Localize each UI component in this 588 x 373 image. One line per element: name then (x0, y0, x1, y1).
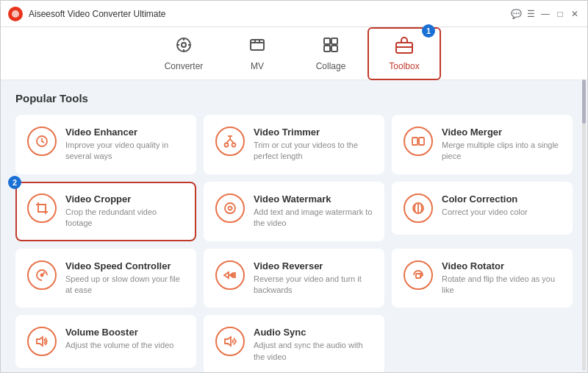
video-rotator-info: Video Rotator Rotate and flip the video … (442, 260, 561, 296)
nav-label-collage: Collage (316, 61, 346, 71)
svg-point-26 (41, 274, 43, 276)
video-rotator-icon (404, 260, 433, 290)
svg-rect-7 (251, 40, 264, 50)
video-speed-name: Video Speed Controller (65, 260, 184, 271)
volume-booster-info: Volume Booster Adjust the volume of the … (65, 327, 184, 351)
minimize-button[interactable]: — (540, 9, 551, 19)
maximize-button[interactable]: □ (555, 9, 565, 19)
video-trimmer-icon (215, 127, 245, 156)
tool-card-wrapper-volume: Volume Booster Adjust the volume of the … (15, 315, 196, 373)
close-button[interactable]: ✕ (570, 9, 580, 19)
tool-card-video-enhancer[interactable]: Video Enhancer Improve your video qualit… (15, 115, 196, 174)
svg-point-0 (12, 10, 19, 18)
svg-rect-10 (324, 46, 330, 51)
content-area: Popular Tools Video Enhancer Improve you… (1, 80, 587, 373)
tool-card-audio-sync[interactable]: Audio Sync Adjust and sync the audio wit… (204, 315, 384, 373)
nav-item-collage[interactable]: Collage (294, 27, 368, 80)
toolbox-icon (395, 36, 414, 58)
video-reverser-desc: Reverse your video and turn it backwards (254, 274, 373, 296)
tool-card-video-watermark[interactable]: Video Watermark Add text and image water… (204, 182, 384, 241)
tool-card-wrapper-cropper: 2 Video Cropper Crop the redundant video… (15, 182, 196, 241)
tool-card-wrapper-rotator: Video Rotator Rotate and flip the video … (392, 249, 573, 308)
svg-rect-31 (416, 274, 420, 278)
tool-card-video-trimmer[interactable]: Video Trimmer Trim or cut your videos to… (204, 115, 384, 174)
title-bar: Aiseesoft Video Converter Ultimate 💬 ☰ —… (1, 1, 587, 27)
svg-point-16 (232, 143, 236, 147)
svg-line-18 (230, 139, 234, 143)
audio-sync-icon (215, 327, 245, 356)
video-merger-icon (404, 127, 433, 156)
app-logo (8, 7, 23, 21)
tool-card-volume-booster[interactable]: Volume Booster Adjust the volume of the … (15, 315, 196, 368)
tool-card-video-speed[interactable]: Video Speed Controller Speed up or slow … (15, 249, 196, 308)
tool-card-wrapper-trimmer: Video Trimmer Trim or cut your videos to… (204, 115, 384, 174)
cropper-badge: 2 (8, 176, 21, 189)
svg-rect-21 (412, 138, 417, 145)
video-speed-info: Video Speed Controller Speed up or slow … (65, 260, 184, 296)
tool-card-wrapper-speed: Video Speed Controller Speed up or slow … (15, 249, 196, 308)
scrollbar-track[interactable] (582, 79, 586, 371)
audio-sync-name: Audio Sync (254, 327, 373, 338)
mv-icon (248, 36, 266, 58)
nav-item-mv[interactable]: MV (220, 27, 294, 80)
tool-card-color-correction[interactable]: Color Correction Correct your video colo… (392, 182, 573, 235)
svg-rect-11 (331, 46, 337, 51)
color-correction-desc: Correct your video color (442, 207, 561, 218)
video-merger-info: Video Merger Merge multiple clips into a… (442, 127, 561, 163)
video-merger-desc: Merge multiple clips into a single piece (442, 140, 561, 163)
svg-marker-32 (37, 337, 43, 346)
scrollbar-thumb[interactable] (582, 79, 586, 124)
video-speed-icon (27, 260, 57, 290)
color-correction-icon (404, 193, 433, 223)
video-cropper-info: Video Cropper Crop the redundant video f… (65, 193, 184, 230)
collage-icon (322, 36, 340, 58)
video-trimmer-name: Video Trimmer (254, 127, 373, 138)
svg-point-15 (225, 143, 229, 147)
video-enhancer-info: Video Enhancer Improve your video qualit… (65, 127, 184, 163)
tool-card-video-cropper[interactable]: Video Cropper Crop the redundant video f… (15, 182, 196, 241)
tool-card-wrapper-merger: Video Merger Merge multiple clips into a… (392, 115, 573, 174)
volume-booster-desc: Adjust the volume of the video (65, 340, 184, 351)
svg-marker-33 (225, 337, 231, 346)
video-cropper-icon (27, 193, 57, 223)
video-reverser-name: Video Reverser (254, 260, 373, 271)
svg-point-2 (182, 43, 186, 47)
video-cropper-desc: Crop the redundant video footage (65, 207, 184, 230)
window-controls: 💬 ☰ — □ ✕ (511, 9, 580, 19)
tool-card-wrapper-color: Color Correction Correct your video colo… (392, 182, 573, 241)
tool-card-video-merger[interactable]: Video Merger Merge multiple clips into a… (392, 115, 573, 174)
section-title: Popular Tools (15, 92, 573, 104)
tool-card-video-rotator[interactable]: Video Rotator Rotate and flip the video … (392, 249, 573, 308)
video-rotator-desc: Rotate and flip the video as you like (442, 274, 561, 296)
app-title: Aiseesoft Video Converter Ultimate (29, 9, 511, 19)
menu-icon[interactable]: ☰ (526, 9, 536, 19)
chat-icon[interactable]: 💬 (511, 9, 521, 19)
svg-rect-22 (419, 138, 424, 145)
svg-rect-8 (324, 38, 330, 44)
color-correction-info: Color Correction Correct your video colo… (442, 193, 561, 218)
converter-icon (175, 36, 193, 58)
tool-card-video-reverser[interactable]: Video Reverser Reverse your video and tu… (204, 249, 384, 308)
video-enhancer-desc: Improve your video quality in several wa… (65, 140, 184, 163)
nav-bar: Converter MV Collage 1 (1, 27, 587, 80)
nav-item-toolbox[interactable]: 1 Toolbox (368, 27, 441, 80)
nav-item-converter[interactable]: Converter (147, 27, 220, 80)
tool-card-wrapper-audio: Audio Sync Adjust and sync the audio wit… (204, 315, 384, 373)
svg-rect-24 (38, 205, 46, 212)
video-watermark-info: Video Watermark Add text and image water… (254, 193, 373, 230)
video-speed-desc: Speed up or slow down your file at ease (65, 274, 184, 296)
volume-booster-icon (27, 327, 57, 356)
video-rotator-name: Video Rotator (442, 260, 561, 271)
tools-grid: Video Enhancer Improve your video qualit… (15, 115, 573, 373)
tool-card-wrapper-watermark: Video Watermark Add text and image water… (204, 182, 384, 241)
video-watermark-icon (215, 193, 245, 223)
video-watermark-desc: Add text and image watermark to the vide… (254, 207, 373, 230)
video-enhancer-icon (27, 127, 57, 156)
audio-sync-desc: Adjust and sync the audio with the video (254, 340, 373, 363)
video-enhancer-name: Video Enhancer (65, 127, 184, 138)
volume-booster-name: Volume Booster (65, 327, 184, 338)
audio-sync-info: Audio Sync Adjust and sync the audio wit… (254, 327, 373, 363)
color-correction-name: Color Correction (442, 193, 561, 205)
video-reverser-info: Video Reverser Reverse your video and tu… (254, 260, 373, 296)
video-cropper-name: Video Cropper (65, 193, 184, 205)
